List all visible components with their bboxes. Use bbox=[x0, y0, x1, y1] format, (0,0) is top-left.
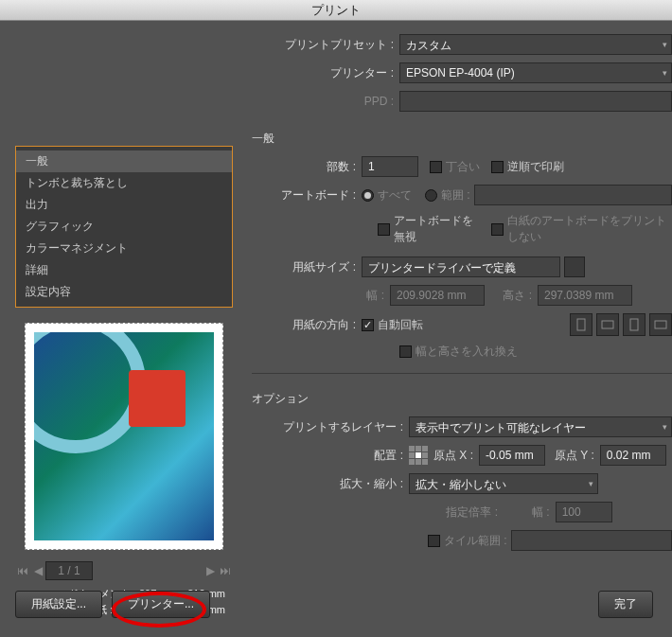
options-title: オプション bbox=[252, 391, 672, 407]
orient-rev-landscape-icon[interactable] bbox=[649, 313, 672, 336]
category-advanced[interactable]: 詳細 bbox=[16, 259, 232, 281]
category-graphics[interactable]: グラフィック bbox=[16, 216, 232, 238]
category-marks[interactable]: トンボと裁ち落とし bbox=[16, 172, 232, 194]
collate-checkbox[interactable] bbox=[430, 161, 442, 173]
scale-dropdown[interactable]: 拡大・縮小しない▾ bbox=[409, 473, 598, 494]
artboard-label: アートボード : bbox=[252, 187, 356, 203]
blank-artboard-checkbox[interactable] bbox=[491, 223, 504, 236]
options-section: オプション プリントするレイヤー : 表示中でプリント可能なレイヤー▾ 配置 :… bbox=[252, 373, 672, 551]
artboard-range-label: 範囲 : bbox=[441, 187, 470, 203]
category-output[interactable]: 出力 bbox=[16, 194, 232, 216]
ignore-artboard-label: アートボードを無視 bbox=[394, 213, 481, 245]
copies-input[interactable] bbox=[362, 156, 418, 177]
page-setup-button[interactable]: 用紙設定... bbox=[15, 591, 102, 618]
pager-next-icon[interactable]: ▶ bbox=[203, 564, 218, 577]
category-general[interactable]: 一般 bbox=[16, 150, 232, 172]
origin-x-input[interactable] bbox=[479, 445, 545, 466]
pager-prev-icon[interactable]: ◀ bbox=[30, 564, 45, 577]
reverse-checkbox[interactable] bbox=[491, 161, 504, 173]
height-input bbox=[538, 285, 632, 306]
artboard-range-input bbox=[474, 185, 672, 205]
origin-y-label: 原点 Y : bbox=[555, 448, 594, 464]
category-list[interactable]: 一般 トンボと裁ち落とし 出力 グラフィック カラーマネジメント 詳細 設定内容 bbox=[15, 146, 233, 308]
preview-artwork bbox=[34, 332, 214, 540]
window-title: プリント bbox=[0, 0, 672, 21]
ignore-artboard-checkbox[interactable] bbox=[378, 223, 390, 236]
pager-last-icon[interactable]: ⏭ bbox=[218, 564, 233, 577]
preset-label: プリントプリセット : bbox=[252, 37, 394, 53]
artboard-all-label: すべて bbox=[378, 187, 412, 203]
auto-rotate-label: 自動回転 bbox=[378, 317, 423, 333]
preset-dropdown[interactable]: カスタム▾ bbox=[399, 34, 672, 55]
width-label: 幅 : bbox=[252, 288, 384, 304]
orient-rev-portrait-icon[interactable] bbox=[623, 313, 645, 336]
reverse-label: 逆順で印刷 bbox=[507, 159, 564, 175]
category-summary[interactable]: 設定内容 bbox=[16, 281, 232, 303]
print-layers-label: プリントするレイヤー : bbox=[252, 419, 403, 435]
height-label: 高さ : bbox=[485, 288, 532, 304]
paper-size-label: 用紙サイズ : bbox=[252, 259, 356, 275]
pager-current[interactable]: 1 / 1 bbox=[45, 561, 93, 580]
printer-dropdown[interactable]: EPSON EP-4004 (IP)▾ bbox=[399, 62, 672, 83]
done-button[interactable]: 完了 bbox=[598, 591, 653, 618]
svg-rect-0 bbox=[577, 319, 585, 330]
scale-width-input bbox=[556, 502, 612, 522]
orientation-label: 用紙の方向 : bbox=[252, 317, 356, 333]
placement-grid-icon[interactable] bbox=[409, 446, 428, 465]
scale-width-label: 幅 : bbox=[532, 504, 550, 521]
auto-rotate-checkbox[interactable] bbox=[362, 319, 374, 331]
blank-artboard-label: 白紙のアートボードをプリントしない bbox=[507, 213, 672, 245]
paper-size-dropdown[interactable]: プリンタードライバーで定義 bbox=[362, 257, 560, 277]
preview-pager: ⏮ ◀ 1 / 1 ▶ ⏭ bbox=[15, 561, 233, 580]
origin-x-label: 原点 X : bbox=[433, 448, 473, 464]
paper-size-options-icon[interactable] bbox=[564, 257, 585, 277]
orientation-buttons bbox=[570, 313, 672, 336]
general-title: 一般 bbox=[252, 131, 672, 147]
artboard-all-radio[interactable] bbox=[362, 189, 374, 202]
ppd-dropdown bbox=[399, 91, 672, 112]
printer-button[interactable]: プリンター... bbox=[112, 591, 210, 618]
svg-rect-1 bbox=[602, 321, 613, 328]
collate-label: 丁合い bbox=[446, 159, 480, 175]
svg-rect-3 bbox=[655, 321, 666, 328]
general-section: 一般 部数 : 丁合い 逆順で印刷 アートボード : すべて 範囲 : bbox=[252, 131, 672, 360]
placement-label: 配置 : bbox=[252, 448, 403, 464]
artboard-range-radio[interactable] bbox=[425, 189, 437, 202]
tile-range-checkbox[interactable] bbox=[428, 535, 440, 547]
copies-label: 部数 : bbox=[252, 159, 356, 175]
transverse-label: 幅と高さを入れ換え bbox=[416, 344, 518, 360]
ppd-label: PPD : bbox=[252, 95, 394, 108]
scale-ratio-label: 指定倍率 : bbox=[252, 504, 498, 521]
width-input bbox=[390, 285, 485, 306]
origin-y-input[interactable] bbox=[600, 445, 666, 466]
svg-rect-2 bbox=[630, 319, 638, 330]
category-color-mgmt[interactable]: カラーマネジメント bbox=[16, 238, 232, 259]
print-preview bbox=[25, 323, 223, 550]
orient-landscape-icon[interactable] bbox=[596, 313, 619, 336]
tile-range-label: タイル範囲 : bbox=[444, 533, 507, 549]
printer-label: プリンター : bbox=[252, 65, 394, 81]
tile-range-input bbox=[511, 530, 672, 551]
print-layers-dropdown[interactable]: 表示中でプリント可能なレイヤー▾ bbox=[409, 416, 672, 437]
transverse-checkbox[interactable] bbox=[399, 345, 412, 358]
scale-label: 拡大・縮小 : bbox=[252, 476, 403, 492]
pager-first-icon[interactable]: ⏮ bbox=[15, 564, 30, 577]
orient-portrait-icon[interactable] bbox=[570, 313, 592, 336]
